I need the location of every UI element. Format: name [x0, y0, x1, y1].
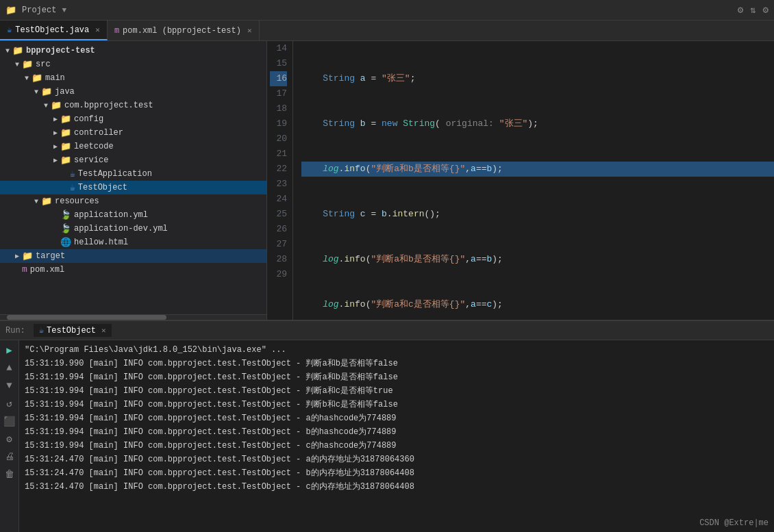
tree-label: resources	[55, 197, 99, 206]
console-line-9: 15:31:24.470 [main] INFO com.bpproject.t…	[25, 466, 769, 480]
tree-arrow: ▼	[32, 198, 41, 205]
folder-icon: 📁	[60, 141, 71, 152]
project-title: Project	[22, 5, 56, 15]
bottom-tab-close[interactable]: ✕	[101, 326, 106, 335]
code-line-15: String b = new String( original: "张三");	[301, 116, 774, 131]
tree-item-target[interactable]: ▶ 📁 target	[0, 249, 266, 263]
tree-label: service	[74, 155, 108, 165]
tree-item-src[interactable]: ▼ 📁 src	[0, 58, 266, 71]
rerun-button[interactable]: ↺	[3, 396, 16, 410]
scroll-down-button[interactable]: ▼	[3, 379, 16, 392]
java-tab-icon: ☕	[7, 25, 12, 35]
stop-button[interactable]: ⬛	[3, 414, 16, 428]
tree-arrow: ▶	[51, 156, 60, 164]
editor-tabs: ☕ TestObject.java ✕ m pom.xml (bpproject…	[0, 21, 774, 41]
tab-testobject-java[interactable]: ☕ TestObject.java ✕	[0, 21, 108, 40]
folder-icon: 📁	[12, 45, 23, 56]
dropdown-icon[interactable]: ▼	[62, 6, 66, 14]
tab-label-testobject: TestObject.java	[15, 25, 89, 35]
console-line-8: 15:31:24.470 [main] INFO com.bpproject.t…	[25, 453, 769, 466]
settings-icon[interactable]: ⚙	[763, 4, 769, 16]
tree-item-testapplication[interactable]: ☕ TestApplication	[0, 167, 266, 181]
tree-item-com-bpproject-test[interactable]: ▼ 📁 com.bpproject.test	[0, 99, 266, 112]
console-line-10: 15:31:24.470 [main] INFO com.bpproject.t…	[25, 480, 769, 494]
folder-icon: 📁	[22, 251, 33, 262]
folder-icon: 📁	[41, 196, 52, 207]
scroll-up-button[interactable]: ▲	[3, 361, 16, 375]
pom-icon: m	[22, 264, 27, 275]
tab-close-testobject[interactable]: ✕	[95, 25, 100, 34]
folder-icon: 📁	[60, 127, 71, 138]
code-line-19: log.info("判断a和c是否相等{}",a==c);	[301, 297, 774, 312]
code-editor[interactable]: 14 15 16 17 18 19 20 21 22 23 24 25 26 2…	[267, 41, 774, 320]
tree-arrow: ▼	[22, 75, 32, 82]
tree-label: controller	[74, 128, 123, 138]
tree-label: application.yml	[74, 210, 148, 220]
folder-icon: 📁	[32, 73, 42, 84]
tab-label-pom: pom.xml (bpproject-test)	[123, 26, 241, 36]
tree-item-application-yml[interactable]: 🍃 application.yml	[0, 208, 266, 222]
java-icon: ☕	[70, 168, 75, 179]
sync-icon[interactable]: ⇅	[750, 4, 756, 16]
folder-icon: 📁	[60, 155, 71, 166]
tree-label: pom.xml	[30, 265, 64, 275]
folder-icon: 📁	[60, 114, 71, 125]
pom-tab-icon: m	[114, 26, 119, 36]
tree-label: TestApplication	[78, 169, 152, 179]
console-line-7: 15:31:19.994 [main] INFO com.bpproject.t…	[25, 439, 769, 453]
tree-label: src	[36, 60, 51, 69]
run-button[interactable]: ▶	[3, 343, 16, 357]
console-line-3: 15:31:19.994 [main] INFO com.bpproject.t…	[25, 384, 769, 398]
tree-item-hellow-html[interactable]: 🌐 hellow.html	[0, 236, 266, 249]
console-line-4: 15:31:19.994 [main] INFO com.bpproject.t…	[25, 398, 769, 411]
tab-close-pom[interactable]: ✕	[247, 26, 252, 35]
editor-area: 14 15 16 17 18 19 20 21 22 23 24 25 26 2…	[267, 41, 774, 320]
console-content[interactable]: "C:\Program Files\Java\jdk1.8.0_152\bin\…	[19, 340, 774, 532]
tree-item-testobject[interactable]: ☕ TestObject	[0, 181, 266, 194]
file-tree[interactable]: ▼ 📁 bpproject-test ▼ 📁 src ▼ 📁 main	[0, 41, 266, 314]
main-content: ▼ 📁 bpproject-test ▼ 📁 src ▼ 📁 main	[0, 41, 774, 320]
sidebar-scrollbar[interactable]	[0, 314, 266, 320]
tree-label: target	[36, 251, 65, 261]
tree-arrow: ▼	[12, 61, 22, 68]
tab-pom-xml[interactable]: m pom.xml (bpproject-test) ✕	[108, 21, 260, 40]
tree-arrow: ▶	[12, 252, 22, 260]
tree-arrow: ▼	[41, 102, 51, 110]
tree-arrow: ▶	[51, 129, 60, 137]
run-label: Run:	[5, 326, 25, 335]
configure-icon[interactable]: ⚙	[738, 4, 743, 16]
console-line-1: 15:31:19.990 [main] INFO com.bpproject.t…	[25, 357, 769, 370]
top-bar: 📁 Project ▼ ⚙ ⇅ ⚙	[0, 0, 774, 21]
tree-label: TestObject	[78, 183, 127, 192]
delete-button[interactable]: 🗑	[3, 468, 16, 481]
bottom-panel: Run: ☕ TestObject ✕ ▶ ▲ ▼ ↺ ⬛ ⚙ 🖨 🗑 "C:\…	[0, 320, 774, 532]
code-line-16: log.info("判断a和b是否相等{}",a==b);	[301, 162, 774, 177]
console-line-2: 15:31:19.994 [main] INFO com.bpproject.t…	[25, 370, 769, 384]
tree-item-resources[interactable]: ▼ 📁 resources	[0, 194, 266, 208]
sidebar: ▼ 📁 bpproject-test ▼ 📁 src ▼ 📁 main	[0, 41, 267, 320]
tree-item-service[interactable]: ▶ 📁 service	[0, 153, 266, 167]
folder-icon: 📁	[41, 86, 52, 97]
folder-icon: 📁	[22, 59, 33, 70]
tree-item-main[interactable]: ▼ 📁 main	[0, 71, 266, 85]
yaml-icon: 🍃	[60, 223, 71, 234]
tree-item-application-dev-yml[interactable]: 🍃 application-dev.yml	[0, 222, 266, 236]
settings-console-button[interactable]: ⚙	[3, 432, 16, 446]
tree-item-bpproject-test[interactable]: ▼ 📁 bpproject-test	[0, 44, 266, 58]
run-tab-icon: ☕	[39, 325, 44, 335]
bottom-tab-testobject[interactable]: ☕ TestObject ✕	[34, 324, 112, 337]
tree-label: com.bpproject.test	[64, 101, 153, 110]
tree-label: hellow.html	[74, 238, 128, 247]
java-icon: ☕	[70, 182, 75, 193]
tree-item-pom-xml[interactable]: m pom.xml	[0, 263, 266, 276]
bottom-tabs: Run: ☕ TestObject ✕	[0, 321, 774, 340]
tree-item-controller[interactable]: ▶ 📁 controller	[0, 126, 266, 140]
tree-item-config[interactable]: ▶ 📁 config	[0, 112, 266, 126]
tree-item-leetcode[interactable]: ▶ 📁 leetcode	[0, 140, 266, 153]
bottom-tab-label: TestObject	[47, 326, 96, 335]
yaml-icon: 🍃	[60, 210, 71, 220]
console-line-6: 15:31:19.994 [main] INFO com.bpproject.t…	[25, 425, 769, 439]
print-button[interactable]: 🖨	[3, 450, 16, 464]
code-content[interactable]: String a = "张三"; String b = new String( …	[293, 41, 774, 320]
tree-item-java[interactable]: ▼ 📁 java	[0, 85, 266, 99]
